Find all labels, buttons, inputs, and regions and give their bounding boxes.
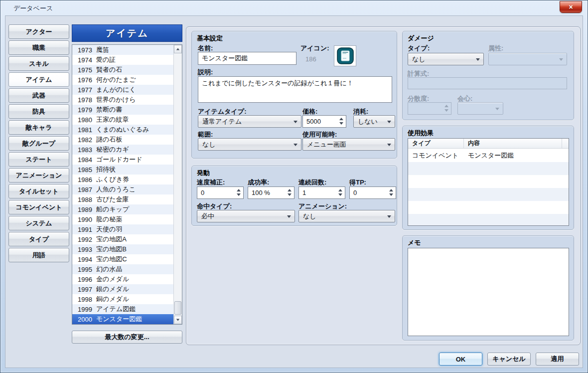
sidebar-tab[interactable]: スキル [8, 56, 69, 71]
list-item[interactable]: 1978 世界のかけら [72, 95, 173, 105]
apply-button[interactable]: 適用 [536, 353, 579, 366]
cancel-button[interactable]: キャンセル [487, 353, 531, 366]
list-item[interactable]: 1980 王家の紋章 [72, 115, 173, 125]
spinner-arrows-icon[interactable] [339, 118, 343, 125]
sidebar-tab[interactable]: 職業 [8, 40, 69, 55]
scroll-up-button[interactable] [174, 45, 182, 53]
cancel-label: キャンセル [492, 355, 526, 364]
effects-table-body[interactable]: コモンイベント モンスター図鑑 [408, 149, 569, 225]
list-item[interactable]: 1999 アイテム図鑑 [72, 304, 173, 314]
scroll-down-button[interactable] [174, 316, 182, 324]
scroll-thumb[interactable] [174, 301, 181, 315]
list-item[interactable]: 1993 宝の地図B [72, 244, 173, 254]
list-item[interactable]: 1986 ふくびき券 [72, 175, 173, 185]
sidebar-tab[interactable]: コモンイベント [8, 200, 69, 214]
speed-stepper[interactable]: 0 [197, 186, 244, 199]
effects-table: タイプ 内容 コモンイベント モンスター図鑑 [408, 138, 569, 226]
close-button[interactable]: × [560, 1, 582, 13]
spinner-arrows-icon[interactable] [338, 189, 342, 196]
name-input[interactable]: モンスター図鑑 [198, 52, 296, 65]
effect-content: モンスター図鑑 [464, 151, 569, 160]
critical-select [457, 102, 503, 115]
list-item-id: 1997 [78, 286, 96, 293]
list-item-name: 世界のかけら [96, 95, 136, 104]
spinner-arrows-icon[interactable] [389, 189, 393, 196]
note-input[interactable] [408, 248, 569, 336]
list-item-id: 2000 [78, 316, 96, 323]
tp-gain-value: 0 [353, 189, 357, 196]
list-item[interactable]: 1984 ゴールドカード [72, 155, 173, 165]
item-type-select[interactable]: 通常アイテム [198, 115, 301, 128]
scope-select[interactable]: なし [198, 138, 301, 151]
animation-select[interactable]: なし [298, 210, 395, 222]
list-item[interactable]: 1998 銅のメダル [72, 294, 173, 304]
repeats-stepper[interactable]: 1 [298, 186, 345, 199]
list-item-id: 1987 [78, 186, 96, 193]
icon-button[interactable] [334, 45, 356, 66]
description-input[interactable]: これまでに倒したモンスターの記録がこれ１冊に！ [198, 76, 392, 103]
sidebar-tab[interactable]: アニメーション [8, 168, 69, 183]
sidebar-tab[interactable]: 敵キャラ [8, 120, 69, 135]
chevron-down-icon [294, 121, 297, 123]
list-item[interactable]: 1996 金のメダル [72, 274, 173, 284]
price-stepper[interactable]: 5000 [302, 115, 346, 128]
ok-button[interactable]: OK [439, 353, 482, 366]
list-item[interactable]: 1997 銀のメダル [72, 284, 173, 294]
icon-label: アイコン: [300, 44, 329, 53]
list-item[interactable]: 1976 何かのたまご [72, 75, 173, 85]
sidebar-tab[interactable]: システム [8, 216, 69, 230]
damage-type-select[interactable]: なし [408, 53, 484, 65]
list-item[interactable]: 1991 天使の羽 [72, 224, 173, 234]
list-item[interactable]: 1982 謎の石板 [72, 135, 173, 145]
variance-stepper [408, 102, 451, 115]
list-item[interactable]: 1992 宝の地図A [72, 234, 173, 244]
list-item[interactable]: 1981 くまのぬいぐるみ [72, 125, 173, 135]
list-item-name: アイテム図鑑 [96, 305, 136, 314]
database-dialog: データベース × アクター 職業 スキル アイテム [0, 0, 588, 373]
list-item[interactable]: 1974 愛の証 [72, 55, 173, 65]
hit-type-select[interactable]: 必中 [197, 210, 295, 222]
list-item[interactable]: 1989 船のキップ [72, 204, 173, 214]
sidebar-tab[interactable]: 用語 [8, 248, 69, 262]
list-item[interactable]: 1987 人魚のうろこ [72, 185, 173, 194]
sidebar-tab[interactable]: ステート [8, 152, 69, 167]
spinner-arrows-icon[interactable] [237, 189, 241, 196]
list-item[interactable]: 1983 秘密のカギ [72, 145, 173, 155]
list-item[interactable]: 1990 龍の秘薬 [72, 214, 173, 224]
repeats-value: 1 [302, 189, 306, 196]
element-select [488, 53, 567, 65]
list-item[interactable]: 1995 幻の水晶 [72, 264, 173, 274]
sidebar-tab[interactable]: アイテム [8, 72, 69, 87]
title-bar[interactable]: データベース × [0, 0, 588, 15]
sidebar-tab-label: アイテム [25, 75, 52, 84]
occasion-select[interactable]: メニュー画面 [302, 138, 395, 151]
tp-gain-stepper[interactable]: 0 [349, 186, 396, 199]
sidebar-tab[interactable]: 敵グループ [8, 136, 69, 151]
list-item-name: 秘密のカギ [96, 145, 129, 154]
item-settings-panel: 基本設定 名前: モンスター図鑑 アイコン: 186 説明: [186, 26, 581, 345]
spinner-arrows-icon[interactable] [288, 189, 292, 196]
list-item[interactable]: 1994 宝の地図C [72, 254, 173, 264]
basic-settings-title: 基本設定 [197, 34, 223, 43]
list-item[interactable]: 1988 古びた金庫 [72, 194, 173, 204]
list-item[interactable]: 1975 賢者の石 [72, 65, 173, 75]
sidebar-tab[interactable]: タイプ [8, 232, 69, 246]
list-item[interactable]: 1979 禁断の書 [72, 105, 173, 115]
effects-group: 使用効果 タイプ 内容 コモンイベント モンスター図鑑 [402, 126, 574, 230]
sidebar-tab[interactable]: タイルセット [8, 184, 69, 198]
change-maximum-button[interactable]: 最大数の変更... [72, 331, 182, 344]
sidebar-tab[interactable]: アクター [8, 24, 69, 39]
list-item[interactable]: 1977 まんがのにく [72, 85, 173, 95]
list-item-name: 銅のメダル [96, 295, 129, 304]
success-rate-label: 成功率: [248, 178, 269, 187]
chevron-down-icon [387, 144, 391, 146]
sidebar-tab[interactable]: 防具 [8, 104, 69, 119]
list-item[interactable]: 1985 招待状 [72, 165, 173, 175]
success-rate-stepper[interactable]: 100 % [248, 186, 294, 199]
effect-row[interactable]: コモンイベント モンスター図鑑 [408, 149, 569, 162]
consumable-select[interactable]: しない [353, 115, 395, 128]
list-item[interactable]: 2000 モンスター図鑑 [72, 314, 173, 324]
list-scrollbar[interactable] [173, 45, 182, 324]
sidebar-tab[interactable]: 武器 [8, 88, 69, 103]
list-item[interactable]: 1973 魔笛 [72, 45, 173, 55]
